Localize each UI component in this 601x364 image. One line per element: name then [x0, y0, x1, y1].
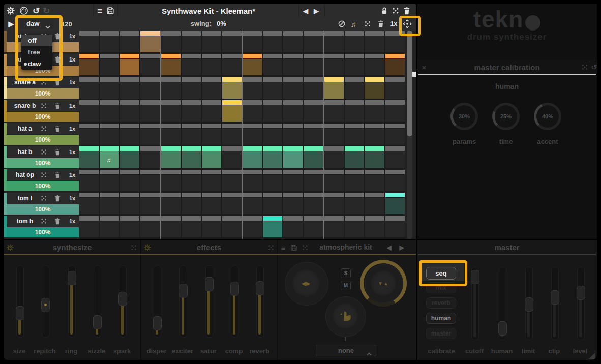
- step-velocity[interactable]: [222, 216, 242, 221]
- trash-icon[interactable]: [403, 7, 411, 15]
- step-cell[interactable]: [263, 54, 282, 75]
- step-velocity[interactable]: [120, 77, 139, 82]
- gear-icon[interactable]: [7, 7, 15, 15]
- step-body[interactable]: [222, 175, 242, 191]
- track-name[interactable]: hat a: [7, 123, 43, 134]
- step-velocity[interactable]: [161, 193, 181, 197]
- step-velocity[interactable]: [345, 193, 364, 197]
- step-velocity[interactable]: [222, 77, 242, 82]
- step-cell[interactable]: [222, 124, 242, 145]
- step-velocity[interactable]: [365, 77, 384, 82]
- step-cell[interactable]: [385, 146, 405, 168]
- step-cell[interactable]: [365, 77, 384, 99]
- fx-satur-handle[interactable]: [205, 277, 214, 291]
- step-body[interactable]: [202, 198, 221, 214]
- step-velocity[interactable]: [100, 170, 119, 174]
- track-repeat-value[interactable]: 1x: [66, 216, 79, 227]
- step-body[interactable]: [365, 36, 384, 52]
- track-name[interactable]: hat b: [7, 146, 43, 158]
- track-dice-icon[interactable]: [41, 126, 47, 132]
- synth-size-handle[interactable]: [16, 306, 24, 320]
- calibration-dice-icon[interactable]: [582, 64, 588, 71]
- step-cell[interactable]: [263, 124, 282, 145]
- step-body[interactable]: [120, 82, 139, 99]
- step-body[interactable]: [202, 175, 221, 191]
- step-velocity[interactable]: [345, 31, 364, 36]
- step-cell[interactable]: [161, 100, 181, 122]
- step-velocity[interactable]: [324, 77, 344, 82]
- step-velocity[interactable]: [385, 54, 405, 58]
- step-body[interactable]: [345, 198, 364, 214]
- step-body[interactable]: [120, 59, 139, 75]
- step-cell[interactable]: [385, 170, 405, 191]
- step-body[interactable]: [120, 105, 139, 122]
- step-body[interactable]: [120, 36, 139, 52]
- play-button[interactable]: ▶: [9, 20, 14, 27]
- step-cell[interactable]: [243, 124, 262, 145]
- track-trash-icon[interactable]: [54, 148, 61, 155]
- step-velocity[interactable]: [79, 54, 99, 58]
- step-cell[interactable]: [324, 124, 344, 145]
- step-cell[interactable]: [161, 54, 181, 75]
- step-velocity[interactable]: [345, 124, 364, 128]
- step-cell[interactable]: [385, 77, 405, 99]
- master-human-handle[interactable]: [498, 321, 507, 336]
- step-cell[interactable]: [182, 31, 201, 52]
- step-cell[interactable]: [283, 193, 303, 214]
- synth-repitch-handle[interactable]: [41, 298, 50, 312]
- step-cell[interactable]: [324, 193, 344, 214]
- step-velocity[interactable]: [79, 77, 99, 82]
- track-name[interactable]: tom l: [7, 193, 43, 204]
- step-body[interactable]: [243, 221, 262, 237]
- step-cell[interactable]: [283, 146, 303, 168]
- master-reverb-button[interactable]: reverb: [426, 297, 456, 309]
- step-cell[interactable]: [100, 170, 119, 191]
- step-body[interactable]: [304, 129, 323, 145]
- step-cell[interactable]: [161, 146, 181, 168]
- track-gain-bar[interactable]: 100%: [7, 227, 79, 237]
- effects-gear-icon[interactable]: [144, 244, 151, 251]
- calibration-knob-params[interactable]: 30%: [450, 103, 478, 130]
- step-velocity[interactable]: [140, 193, 160, 197]
- step-velocity[interactable]: [120, 146, 139, 151]
- step-body[interactable]: [79, 105, 99, 122]
- track-name[interactable]: hat op: [7, 169, 43, 180]
- step-body[interactable]: [100, 221, 119, 237]
- step-velocity[interactable]: [140, 100, 160, 105]
- step-body[interactable]: [120, 129, 139, 145]
- step-cell[interactable]: [385, 100, 405, 122]
- track-gain-bar[interactable]: 100%: [7, 88, 79, 99]
- step-velocity[interactable]: [304, 31, 323, 36]
- step-body[interactable]: [140, 36, 160, 52]
- step-cell[interactable]: [283, 31, 303, 52]
- step-velocity[interactable]: [263, 124, 282, 128]
- atmos-pan-knob[interactable]: ◀▶: [285, 262, 328, 306]
- step-cell[interactable]: [385, 124, 405, 145]
- step-velocity[interactable]: [140, 77, 160, 82]
- track-dice-icon[interactable]: [41, 103, 47, 109]
- step-cell[interactable]: [324, 77, 344, 99]
- step-body[interactable]: [283, 198, 303, 214]
- step-body[interactable]: [182, 151, 201, 168]
- step-body[interactable]: [202, 82, 221, 99]
- menu-icon[interactable]: ≡: [97, 7, 102, 15]
- step-body[interactable]: [324, 82, 344, 99]
- step-body[interactable]: [140, 151, 160, 168]
- step-body[interactable]: [365, 198, 384, 214]
- step-cell[interactable]: [120, 54, 139, 75]
- step-cell[interactable]: [100, 193, 119, 214]
- step-velocity[interactable]: [365, 170, 384, 174]
- step-body[interactable]: [140, 59, 160, 75]
- atmos-pitch-knob[interactable]: ▼▲: [365, 264, 403, 303]
- step-cell[interactable]: [345, 216, 364, 237]
- step-cell[interactable]: [202, 77, 221, 99]
- step-cell[interactable]: [161, 216, 181, 237]
- step-cell[interactable]: [140, 31, 160, 52]
- step-velocity[interactable]: [202, 146, 221, 151]
- step-velocity[interactable]: [182, 100, 201, 105]
- step-body[interactable]: [182, 36, 201, 52]
- step-cell[interactable]: [182, 54, 201, 75]
- grid-dice-icon[interactable]: [365, 21, 371, 27]
- step-velocity[interactable]: [182, 31, 201, 36]
- step-body[interactable]: [283, 59, 303, 75]
